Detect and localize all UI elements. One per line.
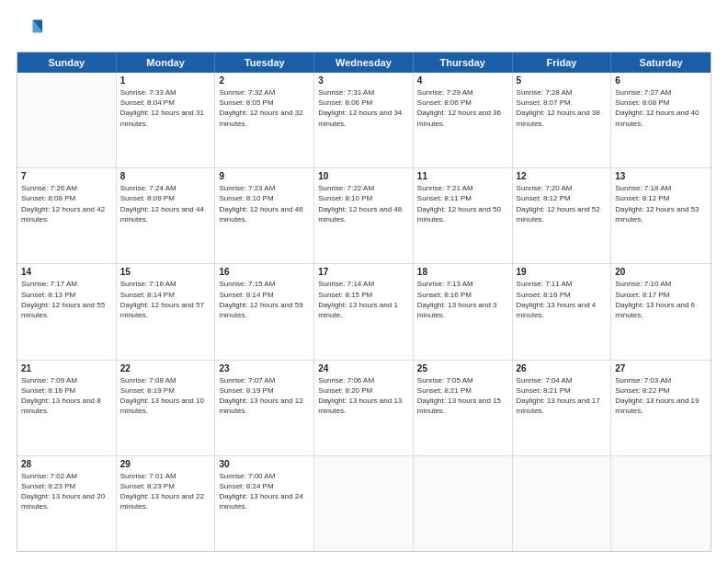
calendar-cell: 21Sunrise: 7:09 AMSunset: 8:18 PMDayligh… <box>17 361 117 455</box>
calendar-cell: 9Sunrise: 7:23 AMSunset: 8:10 PMDaylight… <box>215 168 314 263</box>
day-number: 20 <box>615 267 707 277</box>
calendar-week-row: 7Sunrise: 7:26 AMSunset: 8:08 PMDaylight… <box>17 168 711 264</box>
day-number: 30 <box>219 459 310 469</box>
cell-info: Sunrise: 7:26 AMSunset: 8:08 PMDaylight:… <box>21 183 112 224</box>
calendar-cell: 19Sunrise: 7:11 AMSunset: 8:16 PMDayligh… <box>513 264 612 359</box>
calendar-header-cell: Tuesday <box>215 52 314 73</box>
cell-info: Sunrise: 7:27 AMSunset: 8:08 PMDaylight:… <box>615 87 707 129</box>
calendar-cell: 15Sunrise: 7:16 AMSunset: 8:14 PMDayligh… <box>117 264 216 359</box>
cell-info: Sunrise: 7:32 AMSunset: 8:05 PMDaylight:… <box>219 87 310 129</box>
calendar-week-row: 14Sunrise: 7:17 AMSunset: 8:13 PMDayligh… <box>17 264 711 360</box>
cell-info: Sunrise: 7:15 AMSunset: 8:14 PMDaylight:… <box>219 279 310 320</box>
day-number: 13 <box>615 171 707 181</box>
calendar-cell: 24Sunrise: 7:06 AMSunset: 8:20 PMDayligh… <box>314 361 414 455</box>
cell-info: Sunrise: 7:13 AMSunset: 8:16 PMDaylight:… <box>417 279 508 320</box>
calendar-cell <box>314 456 414 551</box>
calendar-week-row: 21Sunrise: 7:09 AMSunset: 8:18 PMDayligh… <box>17 361 711 456</box>
calendar-cell <box>17 73 117 167</box>
day-number: 29 <box>120 459 211 469</box>
calendar-cell: 20Sunrise: 7:10 AMSunset: 8:17 PMDayligh… <box>611 264 711 359</box>
cell-info: Sunrise: 7:10 AMSunset: 8:17 PMDaylight:… <box>615 279 707 320</box>
cell-info: Sunrise: 7:02 AMSunset: 8:23 PMDaylight:… <box>21 471 112 512</box>
calendar-cell: 27Sunrise: 7:03 AMSunset: 8:22 PMDayligh… <box>611 361 711 455</box>
day-number: 12 <box>517 171 608 181</box>
day-number: 19 <box>517 267 608 277</box>
cell-info: Sunrise: 7:28 AMSunset: 8:07 PMDaylight:… <box>517 87 608 129</box>
calendar-week-row: 28Sunrise: 7:02 AMSunset: 8:23 PMDayligh… <box>17 456 711 551</box>
cell-info: Sunrise: 7:00 AMSunset: 8:24 PMDaylight:… <box>219 471 310 512</box>
cell-info: Sunrise: 7:11 AMSunset: 8:16 PMDaylight:… <box>517 279 608 320</box>
calendar-cell: 12Sunrise: 7:20 AMSunset: 8:12 PMDayligh… <box>513 168 612 263</box>
day-number: 6 <box>615 75 707 86</box>
calendar-cell: 22Sunrise: 7:08 AMSunset: 8:19 PMDayligh… <box>117 361 216 455</box>
cell-info: Sunrise: 7:09 AMSunset: 8:18 PMDaylight:… <box>21 375 112 417</box>
calendar-cell <box>611 456 711 551</box>
day-number: 28 <box>21 459 112 469</box>
calendar-cell: 13Sunrise: 7:18 AMSunset: 8:12 PMDayligh… <box>611 168 711 263</box>
calendar-cell: 17Sunrise: 7:14 AMSunset: 8:15 PMDayligh… <box>314 264 414 359</box>
day-number: 22 <box>120 363 211 373</box>
calendar-cell: 30Sunrise: 7:00 AMSunset: 8:24 PMDayligh… <box>215 456 314 551</box>
day-number: 23 <box>219 363 310 373</box>
day-number: 8 <box>120 171 211 181</box>
cell-info: Sunrise: 7:31 AMSunset: 8:06 PMDaylight:… <box>318 87 409 129</box>
calendar-header-cell: Monday <box>117 52 216 73</box>
calendar-cell: 25Sunrise: 7:05 AMSunset: 8:21 PMDayligh… <box>414 361 513 455</box>
calendar-header-cell: Wednesday <box>314 52 414 73</box>
cell-info: Sunrise: 7:20 AMSunset: 8:12 PMDaylight:… <box>517 183 608 224</box>
calendar-cell: 10Sunrise: 7:22 AMSunset: 8:10 PMDayligh… <box>314 168 414 263</box>
day-number: 2 <box>219 75 310 86</box>
day-number: 3 <box>318 75 409 86</box>
calendar-cell: 23Sunrise: 7:07 AMSunset: 8:19 PMDayligh… <box>215 361 314 455</box>
cell-info: Sunrise: 7:01 AMSunset: 8:23 PMDaylight:… <box>120 471 211 512</box>
cell-info: Sunrise: 7:07 AMSunset: 8:19 PMDaylight:… <box>219 375 310 417</box>
cell-info: Sunrise: 7:21 AMSunset: 8:11 PMDaylight:… <box>417 183 508 224</box>
calendar-cell: 7Sunrise: 7:26 AMSunset: 8:08 PMDaylight… <box>17 168 117 263</box>
day-number: 4 <box>417 75 508 86</box>
cell-info: Sunrise: 7:29 AMSunset: 8:06 PMDaylight:… <box>417 87 508 129</box>
day-number: 18 <box>417 267 508 277</box>
calendar-cell: 2Sunrise: 7:32 AMSunset: 8:05 PMDaylight… <box>215 73 314 167</box>
calendar-cell: 8Sunrise: 7:24 AMSunset: 8:09 PMDaylight… <box>117 168 216 263</box>
cell-info: Sunrise: 7:08 AMSunset: 8:19 PMDaylight:… <box>120 375 211 417</box>
calendar-cell: 14Sunrise: 7:17 AMSunset: 8:13 PMDayligh… <box>17 264 117 359</box>
calendar-cell: 18Sunrise: 7:13 AMSunset: 8:16 PMDayligh… <box>414 264 513 359</box>
cell-info: Sunrise: 7:04 AMSunset: 8:21 PMDaylight:… <box>517 375 608 417</box>
day-number: 9 <box>219 171 310 181</box>
logo-icon <box>17 17 42 42</box>
cell-info: Sunrise: 7:18 AMSunset: 8:12 PMDaylight:… <box>615 183 707 224</box>
calendar-cell: 26Sunrise: 7:04 AMSunset: 8:21 PMDayligh… <box>513 361 612 455</box>
day-number: 10 <box>318 171 409 181</box>
day-number: 17 <box>318 267 409 277</box>
day-number: 16 <box>219 267 310 277</box>
calendar-header-cell: Thursday <box>414 52 513 73</box>
calendar-cell: 5Sunrise: 7:28 AMSunset: 8:07 PMDaylight… <box>513 73 612 167</box>
calendar-week-row: 1Sunrise: 7:33 AMSunset: 8:04 PMDaylight… <box>17 73 711 168</box>
cell-info: Sunrise: 7:03 AMSunset: 8:22 PMDaylight:… <box>615 375 707 417</box>
calendar-cell: 16Sunrise: 7:15 AMSunset: 8:14 PMDayligh… <box>215 264 314 359</box>
page: SundayMondayTuesdayWednesdayThursdayFrid… <box>0 0 728 563</box>
calendar-cell: 28Sunrise: 7:02 AMSunset: 8:23 PMDayligh… <box>17 456 117 551</box>
day-number: 1 <box>120 75 211 86</box>
calendar-cell: 29Sunrise: 7:01 AMSunset: 8:23 PMDayligh… <box>117 456 216 551</box>
cell-info: Sunrise: 7:05 AMSunset: 8:21 PMDaylight:… <box>417 375 508 417</box>
calendar-body: 1Sunrise: 7:33 AMSunset: 8:04 PMDaylight… <box>17 73 711 551</box>
cell-info: Sunrise: 7:06 AMSunset: 8:20 PMDaylight:… <box>318 375 409 417</box>
day-number: 27 <box>615 363 707 373</box>
calendar-cell <box>513 456 612 551</box>
header <box>17 17 711 42</box>
calendar-header-row: SundayMondayTuesdayWednesdayThursdayFrid… <box>17 52 711 73</box>
cell-info: Sunrise: 7:14 AMSunset: 8:15 PMDaylight:… <box>318 279 409 320</box>
calendar: SundayMondayTuesdayWednesdayThursdayFrid… <box>17 52 711 552</box>
cell-info: Sunrise: 7:16 AMSunset: 8:14 PMDaylight:… <box>120 279 211 320</box>
day-number: 7 <box>21 171 112 181</box>
cell-info: Sunrise: 7:22 AMSunset: 8:10 PMDaylight:… <box>318 183 409 224</box>
calendar-header-cell: Saturday <box>611 52 711 73</box>
calendar-header-cell: Friday <box>513 52 612 73</box>
day-number: 24 <box>318 363 409 373</box>
calendar-cell: 6Sunrise: 7:27 AMSunset: 8:08 PMDaylight… <box>611 73 711 167</box>
cell-info: Sunrise: 7:24 AMSunset: 8:09 PMDaylight:… <box>120 183 211 224</box>
day-number: 25 <box>417 363 508 373</box>
calendar-cell: 11Sunrise: 7:21 AMSunset: 8:11 PMDayligh… <box>414 168 513 263</box>
calendar-cell: 3Sunrise: 7:31 AMSunset: 8:06 PMDaylight… <box>314 73 414 167</box>
